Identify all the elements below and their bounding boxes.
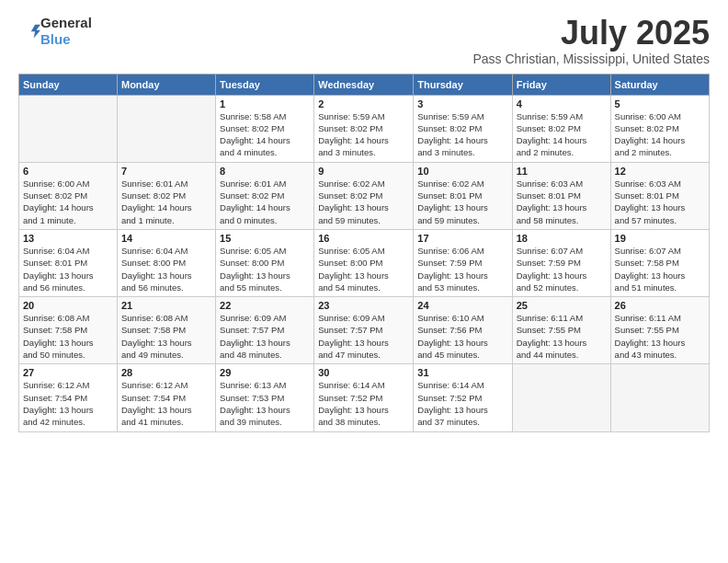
day-number: 26 xyxy=(615,300,705,311)
col-thursday: Thursday xyxy=(414,74,512,95)
calendar-week-row: 13Sunrise: 6:04 AM Sunset: 8:01 PM Dayli… xyxy=(19,229,710,296)
calendar-cell: 3Sunrise: 5:59 AM Sunset: 8:02 PM Daylig… xyxy=(414,95,512,162)
calendar-cell: 18Sunrise: 6:07 AM Sunset: 7:59 PM Dayli… xyxy=(512,229,610,296)
day-info: Sunrise: 6:11 AM Sunset: 7:55 PM Dayligh… xyxy=(517,312,607,361)
day-info: Sunrise: 6:09 AM Sunset: 7:57 PM Dayligh… xyxy=(318,312,409,361)
day-number: 19 xyxy=(615,233,705,244)
page: General Blue July 2025 Pass Christian, M… xyxy=(0,0,728,563)
calendar-cell: 12Sunrise: 6:03 AM Sunset: 8:01 PM Dayli… xyxy=(610,162,709,229)
calendar-cell: 30Sunrise: 6:14 AM Sunset: 7:52 PM Dayli… xyxy=(314,364,414,431)
calendar-cell: 7Sunrise: 6:01 AM Sunset: 8:02 PM Daylig… xyxy=(117,162,215,229)
day-info: Sunrise: 6:11 AM Sunset: 7:55 PM Dayligh… xyxy=(615,312,705,361)
day-info: Sunrise: 6:05 AM Sunset: 8:00 PM Dayligh… xyxy=(220,245,310,293)
calendar-cell: 23Sunrise: 6:09 AM Sunset: 7:57 PM Dayli… xyxy=(314,297,414,364)
day-info: Sunrise: 6:04 AM Sunset: 8:00 PM Dayligh… xyxy=(121,245,211,293)
day-info: Sunrise: 6:03 AM Sunset: 8:01 PM Dayligh… xyxy=(615,178,705,226)
day-info: Sunrise: 6:12 AM Sunset: 7:54 PM Dayligh… xyxy=(121,379,211,428)
calendar-cell: 8Sunrise: 6:01 AM Sunset: 8:02 PM Daylig… xyxy=(216,162,314,229)
day-number: 16 xyxy=(318,233,409,244)
day-info: Sunrise: 6:07 AM Sunset: 7:59 PM Dayligh… xyxy=(517,245,607,293)
calendar-header-row: Sunday Monday Tuesday Wednesday Thursday… xyxy=(19,74,710,95)
calendar-cell: 17Sunrise: 6:06 AM Sunset: 7:59 PM Dayli… xyxy=(414,229,512,296)
location: Pass Christian, Mississippi, United Stat… xyxy=(472,52,710,66)
day-info: Sunrise: 6:09 AM Sunset: 7:57 PM Dayligh… xyxy=(220,312,310,361)
day-number: 22 xyxy=(220,300,310,311)
day-info: Sunrise: 5:59 AM Sunset: 8:02 PM Dayligh… xyxy=(318,110,409,159)
calendar-cell: 11Sunrise: 6:03 AM Sunset: 8:01 PM Dayli… xyxy=(512,162,610,229)
logo-text: General Blue xyxy=(40,15,92,48)
day-info: Sunrise: 6:10 AM Sunset: 7:56 PM Dayligh… xyxy=(417,312,507,361)
day-number: 28 xyxy=(121,367,211,378)
calendar-cell: 20Sunrise: 6:08 AM Sunset: 7:58 PM Dayli… xyxy=(19,297,118,364)
day-number: 24 xyxy=(417,300,507,311)
day-number: 5 xyxy=(615,98,705,109)
day-info: Sunrise: 5:58 AM Sunset: 8:02 PM Dayligh… xyxy=(220,110,310,159)
day-number: 17 xyxy=(417,233,507,244)
calendar-cell: 27Sunrise: 6:12 AM Sunset: 7:54 PM Dayli… xyxy=(19,364,118,431)
day-info: Sunrise: 6:14 AM Sunset: 7:52 PM Dayligh… xyxy=(417,379,507,428)
day-info: Sunrise: 6:07 AM Sunset: 7:58 PM Dayligh… xyxy=(615,245,705,293)
calendar-week-row: 6Sunrise: 6:00 AM Sunset: 8:02 PM Daylig… xyxy=(19,162,710,229)
day-info: Sunrise: 5:59 AM Sunset: 8:02 PM Dayligh… xyxy=(417,110,507,159)
logo: General Blue xyxy=(18,15,92,48)
calendar-cell: 6Sunrise: 6:00 AM Sunset: 8:02 PM Daylig… xyxy=(19,162,118,229)
day-info: Sunrise: 6:14 AM Sunset: 7:52 PM Dayligh… xyxy=(318,379,409,428)
col-monday: Monday xyxy=(117,74,215,95)
calendar-week-row: 27Sunrise: 6:12 AM Sunset: 7:54 PM Dayli… xyxy=(19,364,710,431)
day-number: 13 xyxy=(23,233,113,244)
day-number: 20 xyxy=(23,300,113,311)
day-number: 7 xyxy=(121,166,211,177)
title-section: July 2025 Pass Christian, Mississippi, U… xyxy=(472,15,710,66)
calendar-cell: 2Sunrise: 5:59 AM Sunset: 8:02 PM Daylig… xyxy=(314,95,414,162)
day-number: 6 xyxy=(23,166,113,177)
calendar-cell: 19Sunrise: 6:07 AM Sunset: 7:58 PM Dayli… xyxy=(610,229,709,296)
calendar-cell: 14Sunrise: 6:04 AM Sunset: 8:00 PM Dayli… xyxy=(117,229,215,296)
calendar-cell: 31Sunrise: 6:14 AM Sunset: 7:52 PM Dayli… xyxy=(414,364,512,431)
calendar-cell: 25Sunrise: 6:11 AM Sunset: 7:55 PM Dayli… xyxy=(512,297,610,364)
day-info: Sunrise: 6:02 AM Sunset: 8:02 PM Dayligh… xyxy=(318,178,409,226)
day-info: Sunrise: 6:00 AM Sunset: 8:02 PM Dayligh… xyxy=(615,110,705,159)
col-tuesday: Tuesday xyxy=(216,74,314,95)
day-number: 27 xyxy=(23,367,113,378)
day-number: 9 xyxy=(318,166,409,177)
calendar-cell: 26Sunrise: 6:11 AM Sunset: 7:55 PM Dayli… xyxy=(610,297,709,364)
day-number: 25 xyxy=(517,300,607,311)
day-info: Sunrise: 6:05 AM Sunset: 8:00 PM Dayligh… xyxy=(318,245,409,293)
calendar-cell: 5Sunrise: 6:00 AM Sunset: 8:02 PM Daylig… xyxy=(610,95,709,162)
day-info: Sunrise: 6:04 AM Sunset: 8:01 PM Dayligh… xyxy=(23,245,113,293)
day-number: 31 xyxy=(417,367,507,378)
calendar-cell: 15Sunrise: 6:05 AM Sunset: 8:00 PM Dayli… xyxy=(216,229,314,296)
logo-general: General xyxy=(40,15,92,31)
calendar-cell: 9Sunrise: 6:02 AM Sunset: 8:02 PM Daylig… xyxy=(314,162,414,229)
day-number: 12 xyxy=(615,166,705,177)
day-number: 3 xyxy=(417,98,507,109)
day-number: 18 xyxy=(517,233,607,244)
day-info: Sunrise: 6:00 AM Sunset: 8:02 PM Dayligh… xyxy=(23,178,113,226)
day-info: Sunrise: 6:02 AM Sunset: 8:01 PM Dayligh… xyxy=(417,178,507,226)
day-info: Sunrise: 6:03 AM Sunset: 8:01 PM Dayligh… xyxy=(517,178,607,226)
calendar-cell: 4Sunrise: 5:59 AM Sunset: 8:02 PM Daylig… xyxy=(512,95,610,162)
day-number: 11 xyxy=(517,166,607,177)
day-info: Sunrise: 6:01 AM Sunset: 8:02 PM Dayligh… xyxy=(121,178,211,226)
calendar-cell xyxy=(512,364,610,431)
day-number: 14 xyxy=(121,233,211,244)
day-number: 1 xyxy=(220,98,310,109)
day-info: Sunrise: 6:08 AM Sunset: 7:58 PM Dayligh… xyxy=(23,312,113,361)
calendar-cell: 1Sunrise: 5:58 AM Sunset: 8:02 PM Daylig… xyxy=(216,95,314,162)
day-number: 4 xyxy=(517,98,607,109)
calendar-cell xyxy=(610,364,709,431)
header: General Blue July 2025 Pass Christian, M… xyxy=(18,15,710,66)
col-sunday: Sunday xyxy=(19,74,118,95)
day-info: Sunrise: 6:08 AM Sunset: 7:58 PM Dayligh… xyxy=(121,312,211,361)
day-info: Sunrise: 6:06 AM Sunset: 7:59 PM Dayligh… xyxy=(417,245,507,293)
day-number: 10 xyxy=(417,166,507,177)
logo-icon xyxy=(20,19,40,40)
calendar-cell: 13Sunrise: 6:04 AM Sunset: 8:01 PM Dayli… xyxy=(19,229,118,296)
day-number: 8 xyxy=(220,166,310,177)
col-wednesday: Wednesday xyxy=(314,74,414,95)
calendar-cell: 21Sunrise: 6:08 AM Sunset: 7:58 PM Dayli… xyxy=(117,297,215,364)
day-number: 15 xyxy=(220,233,310,244)
day-number: 21 xyxy=(121,300,211,311)
day-info: Sunrise: 6:12 AM Sunset: 7:54 PM Dayligh… xyxy=(23,379,113,428)
calendar-cell: 22Sunrise: 6:09 AM Sunset: 7:57 PM Dayli… xyxy=(216,297,314,364)
